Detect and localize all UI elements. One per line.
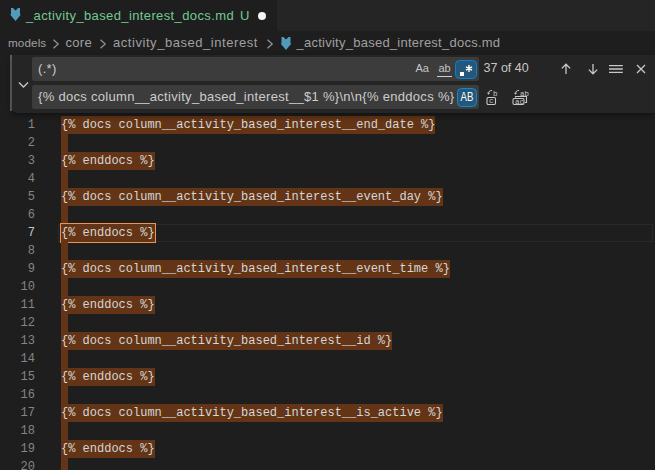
svg-text:b: b xyxy=(493,90,498,98)
svg-text:c: c xyxy=(489,97,494,105)
svg-text:ac: ac xyxy=(515,98,524,106)
